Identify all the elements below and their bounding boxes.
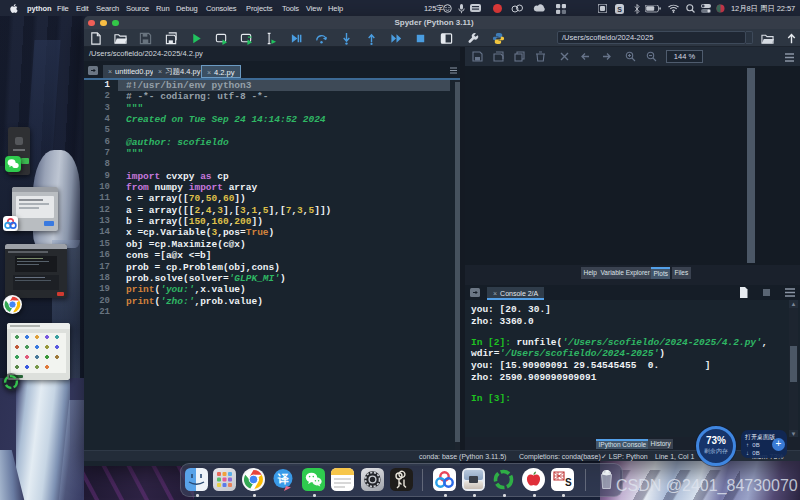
svg-text:S: S: [565, 477, 572, 488]
svg-text:译: 译: [278, 473, 290, 485]
svg-text:S: S: [617, 6, 622, 13]
